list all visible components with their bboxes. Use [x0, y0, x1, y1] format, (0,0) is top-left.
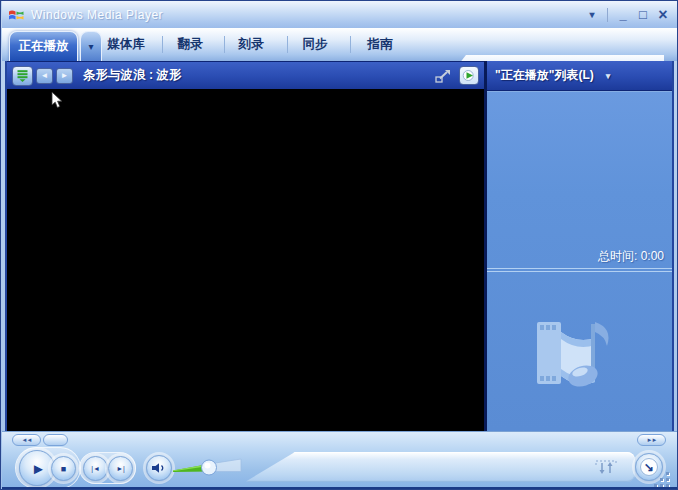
fullscreen-icon[interactable]: [434, 68, 452, 84]
tab-bar: 正在播放 ▾ 媒体库 翻录 刻录 同步 指南 SMGBB东方宽频精彩视频 @ B…: [2, 28, 678, 61]
info-panel: [245, 452, 635, 482]
titlebar: Windows Media Player ▾ _ □ ×: [2, 1, 678, 28]
window-title: Windows Media Player: [31, 8, 163, 22]
next-button[interactable]: ►|: [108, 456, 133, 481]
undock-video-button[interactable]: [459, 66, 479, 85]
total-time-label: 总时间:: [598, 249, 637, 263]
media-watermark-icon: [525, 310, 640, 410]
select-visualization-button[interactable]: [12, 66, 33, 86]
titlebar-menu-arrow-icon[interactable]: ▾: [583, 6, 601, 24]
playlist-header-label: "正在播放"列表(L): [495, 67, 594, 84]
seek-thumb[interactable]: [43, 434, 68, 446]
tab-now-playing[interactable]: 正在播放: [9, 31, 78, 61]
visualization-toolbar: ◄ ► 条形与波浪 : 波形: [7, 61, 484, 89]
tab-sync[interactable]: 同步: [284, 28, 346, 61]
maximize-button[interactable]: □: [634, 6, 652, 24]
resize-grip[interactable]: [654, 470, 672, 488]
speaker-icon: [151, 462, 167, 474]
total-time: 总时间: 0:00: [598, 248, 664, 265]
minimize-button[interactable]: _: [614, 6, 632, 24]
video-visualization-area[interactable]: [7, 89, 484, 431]
caption-separator: [607, 8, 608, 22]
green-arrow-icon: [462, 69, 476, 82]
volume-slider[interactable]: [169, 452, 245, 480]
transport-bar: ◄◄ ►► ► ■ |◄ ►|: [2, 431, 678, 487]
tab-rip[interactable]: 翻录: [159, 28, 221, 61]
content-frame-right: [672, 61, 674, 431]
tab-burn[interactable]: 刻录: [220, 28, 282, 61]
playlist-divider: [487, 268, 672, 272]
wmp-window: Windows Media Player ▾ _ □ × 正在播放 ▾ 媒体库 …: [0, 0, 678, 490]
tab-library[interactable]: 媒体库: [95, 28, 157, 61]
arrow-left-icon: ◄: [41, 71, 49, 80]
tab-guide[interactable]: 指南: [349, 28, 411, 61]
fast-forward-button[interactable]: ►►: [637, 434, 666, 446]
playlist-panel[interactable]: 总时间: 0:00: [487, 91, 672, 431]
close-button[interactable]: ×: [654, 6, 672, 24]
chevron-down-icon: ▾: [88, 41, 93, 52]
stop-button[interactable]: ■: [51, 456, 76, 481]
play-button[interactable]: ►: [19, 450, 55, 486]
windows-logo-icon: [8, 7, 25, 23]
rewind-button[interactable]: ◄◄: [12, 434, 41, 446]
caption-buttons: ▾ _ □ ×: [583, 6, 672, 24]
mouse-cursor: [51, 91, 64, 110]
total-time-value: 0:00: [641, 249, 664, 263]
previous-button[interactable]: |◄: [83, 456, 108, 481]
visualization-title: 条形与波浪 : 波形: [83, 67, 182, 84]
dock-toggle-button[interactable]: [593, 458, 619, 476]
chevron-down-icon: ▾: [606, 71, 611, 81]
visualization-list-icon: [16, 69, 29, 82]
playlist-header[interactable]: "正在播放"列表(L) ▾: [487, 61, 672, 91]
previous-visualization-button[interactable]: ◄: [36, 68, 53, 84]
dock-toggle-icon: [593, 458, 619, 476]
next-visualization-button[interactable]: ►: [56, 68, 73, 84]
arrow-right-icon: ►: [61, 71, 69, 80]
